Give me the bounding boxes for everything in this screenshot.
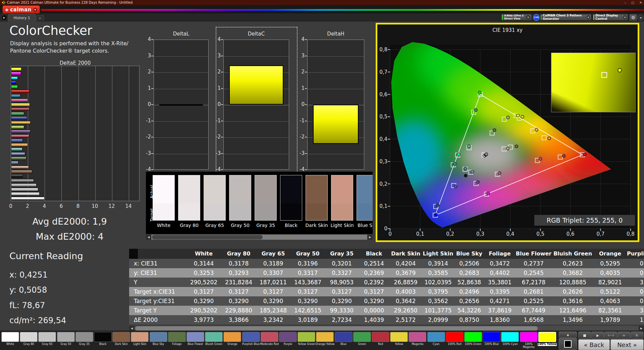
pattern-swatch-Green[interactable] <box>353 332 371 342</box>
pattern-swatch-100% Blue[interactable] <box>483 332 500 342</box>
row-label: Target y:CIE31 <box>129 296 186 306</box>
close-icon[interactable]: ✕ <box>639 1 642 4</box>
table-cell: 0,21 <box>627 287 644 296</box>
pattern-swatch-Bluish Green[interactable] <box>205 332 223 342</box>
tab-nav-arrow-button[interactable]: ▶ <box>1 14 7 21</box>
pattern-swatch-Yellow[interactable] <box>390 332 408 342</box>
pattern-swatch-Orange Yellow[interactable] <box>316 332 334 342</box>
pattern-swatch-Blue Sky[interactable] <box>150 332 167 342</box>
transport-button-3[interactable]: ∞ <box>618 332 630 339</box>
scrollbar-thumb[interactable] <box>152 235 263 239</box>
table-cell: 52,8638 <box>454 278 484 287</box>
cie-measured-100% Green <box>478 91 481 94</box>
delta-tick-label: -1 <box>209 118 221 124</box>
pattern-swatch-Cyan[interactable] <box>427 332 445 342</box>
pattern-swatch-Purple[interactable] <box>279 332 297 342</box>
scroll-right-icon[interactable]: ▶ <box>367 235 373 240</box>
tick-mark <box>221 39 223 40</box>
add-tab-button[interactable]: + <box>36 15 44 21</box>
deltaE-bar-100% Yellow <box>11 67 21 71</box>
next-button[interactable]: Next » <box>610 339 644 350</box>
swatch-label: Light Skin <box>330 223 355 228</box>
pattern-swatch-Magenta[interactable] <box>409 332 426 342</box>
maximize-icon[interactable]: ▢ <box>631 1 634 4</box>
rgb-triplet-readout: RGB Triplet: 255, 255, 0 <box>534 215 635 226</box>
pattern-swatch-100% Magenta[interactable] <box>520 332 538 342</box>
deltaE-bar-100% Magenta <box>11 72 21 75</box>
scroll-left-icon[interactable]: ◀ <box>129 326 135 331</box>
pattern-up-button[interactable]: ▲ <box>559 332 577 338</box>
pattern-swatch-Blue[interactable] <box>335 332 353 342</box>
swatch-strip-scrollbar[interactable]: ◀ ▶ <box>146 235 373 240</box>
table-cell: 0,2626 <box>552 287 593 296</box>
tab-history-1[interactable]: History 1 <box>8 14 36 21</box>
table-cell: 185,2348 <box>256 306 290 315</box>
swatch-Light Skin <box>331 175 353 221</box>
transport-button-4[interactable]: ↻ <box>631 332 643 339</box>
display-control-dropdown[interactable]: Direct Display Control ▼ <box>593 14 628 20</box>
back-button[interactable]: « Back <box>578 339 610 350</box>
pattern-swatch-Yellow Green[interactable] <box>298 332 315 342</box>
transport-button-1[interactable]: ▶ <box>591 332 604 339</box>
gridline <box>45 66 45 201</box>
gridline <box>224 154 289 154</box>
table-cell: 290,5202 <box>186 306 221 315</box>
pattern-swatch-Gray 80[interactable] <box>20 332 38 342</box>
deltaE-bar-Gray 65 <box>11 188 38 191</box>
meter-count-badge[interactable]: 238 <box>533 14 540 21</box>
table-cell: 82,9021 <box>593 278 627 287</box>
scrollbar-thumb[interactable] <box>135 326 538 331</box>
table-cell: 0,5122 <box>593 287 627 296</box>
pattern-swatch-Red[interactable] <box>372 332 389 342</box>
cie-measured-Purple <box>476 181 479 184</box>
swatch-target <box>306 203 327 220</box>
pattern-swatch-Purplish Blue[interactable] <box>242 332 260 342</box>
deltaE-tick-label: 12 <box>107 203 116 209</box>
pattern-swatch-100% Green[interactable] <box>464 332 482 342</box>
deltaE-tick-label: 6 <box>56 203 66 209</box>
pattern-swatch-Gray 35[interactable] <box>75 332 93 342</box>
pattern-swatch-Moderate Red[interactable] <box>261 332 278 342</box>
scroll-left-icon[interactable]: ◀ <box>146 235 151 240</box>
pattern-swatch-Gray 50[interactable] <box>57 332 75 342</box>
collapse-panel-icon[interactable]: ◀ <box>637 14 644 21</box>
transport-button-2[interactable]: ⊢⊣ <box>604 332 617 339</box>
table-scrollbar[interactable]: ◀ ▶ <box>129 326 644 331</box>
table-cell: 229,8880 <box>221 306 256 315</box>
pattern-swatch-Orange[interactable] <box>223 332 241 342</box>
pattern-swatch-100% Cyan[interactable] <box>501 332 519 342</box>
pattern-swatch-Light Skin[interactable] <box>131 332 149 342</box>
gear-icon[interactable]: ⚙ <box>629 14 637 21</box>
meter-dropdown[interactable]: X-Rite i1Pro 2Direct View ▼ <box>501 14 532 20</box>
svg-text:0,3: 0,3 <box>379 159 387 165</box>
cie-measured-Blue <box>436 203 439 207</box>
cie-measured-Magenta <box>498 172 501 175</box>
pattern-swatch-100% Red[interactable] <box>446 332 464 342</box>
pattern-window-button[interactable] <box>559 338 577 350</box>
deltaE-bar-Cyan <box>11 94 20 98</box>
pattern-swatch-Foliage[interactable] <box>168 332 186 342</box>
deltaE-bar-Blue Flower <box>11 152 25 156</box>
transport-button-0[interactable]: ■ <box>578 332 591 339</box>
table-cell: 0,18 <box>627 268 644 278</box>
deltaE-bar-Yellow Green <box>11 125 24 129</box>
table-cell: 0,4063 <box>593 296 627 306</box>
pattern-generator-dropdown[interactable]: CalMAN Client 3 Pattern Generator ▼ <box>540 14 591 20</box>
delta-tick-label: 3 <box>140 53 151 59</box>
pattern-swatch-Gray 65[interactable] <box>38 332 56 342</box>
pattern-swatch-100% Yellow[interactable] <box>538 332 556 342</box>
pattern-label-Dark Skin: Dark Skin <box>112 343 131 346</box>
scroll-right-icon[interactable]: ▶ <box>639 326 644 331</box>
calman-menu-button[interactable]: ◈ calman ▼ <box>2 5 40 14</box>
pattern-swatch-Blue Flower[interactable] <box>186 332 204 342</box>
tick-mark <box>151 88 153 89</box>
table-header-row: WhiteGray 80Gray 65Gray 50Gray 35BlackDa… <box>129 249 644 259</box>
table-cell: 67,7449 <box>515 306 552 315</box>
pattern-swatch-White[interactable] <box>1 332 19 342</box>
minimize-icon[interactable]: – <box>624 1 626 4</box>
max-de2000-value: Max dE2000: 4 <box>12 231 127 242</box>
swatch-Black <box>280 175 302 221</box>
pattern-swatch-Dark Skin[interactable] <box>112 332 130 342</box>
description-line2: Pantone ColorChecker® target colors. <box>10 48 109 54</box>
pattern-swatch-Black[interactable] <box>94 332 112 342</box>
